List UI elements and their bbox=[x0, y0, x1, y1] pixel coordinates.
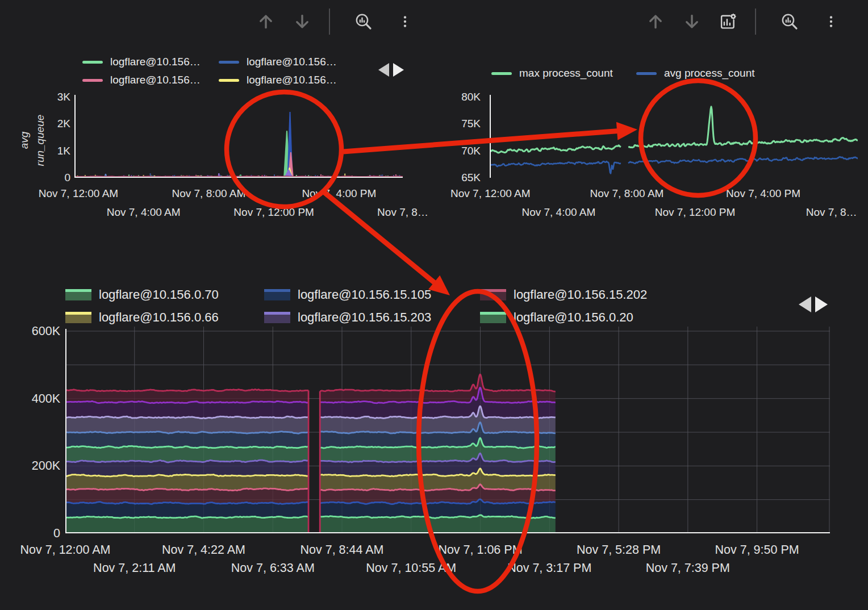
stacked-nodes-plot[interactable] bbox=[65, 327, 830, 536]
x-tick-label: Nov 7, 12:00 AM bbox=[39, 187, 118, 200]
zoom-data-icon bbox=[354, 12, 373, 31]
y-tick-label: 80K bbox=[407, 91, 481, 103]
legend-swatch bbox=[480, 289, 506, 300]
zoom-data-button[interactable] bbox=[354, 12, 373, 31]
zoom-data-icon bbox=[780, 12, 799, 31]
arrow-up-icon bbox=[256, 12, 276, 31]
y-tick-label: 0 bbox=[0, 172, 70, 184]
x-tick-label: Nov 7, 4:00 PM bbox=[726, 187, 800, 200]
legend-pager bbox=[799, 296, 828, 312]
y-tick-label: 70K bbox=[407, 145, 481, 157]
x-tick-label: Nov 7, 8… bbox=[806, 206, 857, 219]
legend-label: logflare@10.156… bbox=[247, 74, 337, 86]
x-tick-label: Nov 7, 9:50 PM bbox=[715, 543, 799, 557]
dashboard-page: logflare@10.156… logflare@10.156… logfla… bbox=[0, 0, 868, 610]
legend-label: logflare@10.156.15.202 bbox=[514, 287, 647, 302]
x-tick-label: Nov 7, 7:39 PM bbox=[646, 561, 730, 575]
y-tick-label: 0 bbox=[0, 527, 60, 541]
move-chart-down-button[interactable] bbox=[682, 12, 702, 31]
arrow-down-icon bbox=[293, 12, 312, 31]
move-chart-down-button[interactable] bbox=[293, 12, 312, 31]
legend-label: avg process_count bbox=[664, 67, 755, 80]
legend-prev-arrow[interactable] bbox=[799, 296, 811, 312]
zoom-data-button[interactable] bbox=[780, 12, 799, 31]
legend-label: logflare@10.156.0.20 bbox=[514, 310, 633, 325]
x-tick-label: Nov 7, 8… bbox=[377, 206, 428, 219]
chart-settings-icon bbox=[719, 12, 738, 31]
toolbar-divider bbox=[755, 9, 756, 35]
legend-swatch bbox=[219, 61, 239, 64]
legend-item: logflare@10.156.0.66 bbox=[65, 311, 219, 324]
legend-item: logflare@10.156.15.203 bbox=[264, 311, 431, 324]
legend-swatch bbox=[636, 72, 657, 75]
move-chart-up-button[interactable] bbox=[646, 12, 665, 31]
y-tick-label: 1K bbox=[0, 145, 70, 157]
x-tick-label: Nov 7, 12:00 AM bbox=[20, 543, 111, 557]
x-tick-label: Nov 7, 12:00 AM bbox=[450, 187, 530, 200]
x-tick-label: Nov 7, 6:33 AM bbox=[231, 561, 315, 575]
legend-label: logflare@10.156.0.70 bbox=[99, 287, 219, 302]
kebab-menu-icon bbox=[398, 12, 412, 31]
x-tick-label: Nov 7, 12:00 PM bbox=[233, 206, 314, 219]
legend-prev-arrow[interactable] bbox=[378, 63, 389, 77]
arrow-up-icon bbox=[646, 12, 665, 31]
x-tick-label: Nov 7, 3:17 PM bbox=[507, 561, 591, 575]
legend-label: max process_count bbox=[519, 67, 613, 80]
y-tick-label: 3K bbox=[0, 91, 70, 103]
legend-item: logflare@10.156.0.70 bbox=[65, 288, 219, 302]
move-chart-up-button[interactable] bbox=[256, 12, 276, 31]
arrow-down-icon bbox=[682, 12, 702, 31]
x-tick-label: Nov 7, 2:11 AM bbox=[93, 561, 176, 575]
y-tick-label: 75K bbox=[407, 118, 481, 130]
y-tick-label: 600K bbox=[0, 324, 60, 339]
chart-menu-button[interactable] bbox=[398, 12, 412, 31]
legend-item: logflare@10.156.15.105 bbox=[264, 288, 431, 302]
legend-swatch bbox=[491, 72, 512, 75]
legend-swatch bbox=[82, 61, 103, 64]
x-tick-label: Nov 7, 8:00 AM bbox=[172, 187, 245, 200]
x-tick-label: Nov 7, 8:44 AM bbox=[300, 543, 383, 557]
kebab-menu-icon bbox=[824, 12, 838, 31]
x-tick-label: Nov 7, 4:00 PM bbox=[302, 187, 376, 200]
y-tick-label: 200K bbox=[0, 459, 60, 473]
x-tick-label: Nov 7, 5:28 PM bbox=[577, 543, 661, 557]
legend-swatch bbox=[264, 289, 290, 300]
legend-swatch bbox=[264, 312, 290, 323]
legend-swatch bbox=[219, 79, 239, 82]
legend-item: logflare@10.156… bbox=[219, 55, 337, 69]
chart-settings-button[interactable] bbox=[719, 12, 738, 31]
y-tick-label: 2K bbox=[0, 118, 70, 130]
process-count-plot[interactable] bbox=[490, 94, 858, 180]
x-tick-label: Nov 7, 4:22 AM bbox=[162, 543, 245, 557]
x-tick-label: Nov 7, 4:00 AM bbox=[107, 206, 181, 219]
x-tick-label: Nov 7, 4:00 AM bbox=[521, 206, 595, 219]
legend-item: logflare@10.156… bbox=[82, 55, 201, 69]
run-queue-plot[interactable] bbox=[74, 94, 403, 180]
legend-item: avg process_count bbox=[636, 66, 755, 80]
legend-label: logflare@10.156.0.66 bbox=[99, 310, 219, 325]
legend-item: max process_count bbox=[491, 66, 613, 80]
legend-item: logflare@10.156.0.20 bbox=[480, 311, 633, 324]
toolbar-divider bbox=[329, 9, 330, 35]
legend-next-arrow[interactable] bbox=[815, 296, 828, 312]
legend-swatch bbox=[65, 312, 91, 323]
legend-label: logflare@10.156.15.203 bbox=[298, 310, 431, 325]
legend-swatch bbox=[65, 289, 91, 300]
y-tick-label: 400K bbox=[0, 391, 60, 406]
legend-swatch bbox=[82, 79, 103, 82]
x-tick-label: Nov 7, 12:00 PM bbox=[655, 206, 736, 219]
legend-swatch bbox=[480, 312, 506, 323]
legend-pager bbox=[378, 63, 404, 77]
x-tick-label: Nov 7, 8:00 AM bbox=[590, 187, 663, 200]
legend-next-arrow[interactable] bbox=[393, 63, 404, 77]
legend-label: logflare@10.156… bbox=[110, 74, 201, 86]
x-tick-label: Nov 7, 10:55 AM bbox=[366, 561, 456, 575]
legend-label: logflare@10.156… bbox=[247, 56, 337, 68]
chart-menu-button[interactable] bbox=[824, 12, 838, 31]
legend-item: logflare@10.156… bbox=[82, 73, 201, 87]
legend-item: logflare@10.156.15.202 bbox=[480, 288, 647, 302]
legend-item: logflare@10.156… bbox=[219, 73, 337, 87]
y-tick-label: 65K bbox=[407, 172, 481, 184]
x-tick-label: Nov 7, 1:06 PM bbox=[438, 543, 522, 557]
legend-label: logflare@10.156.15.105 bbox=[298, 287, 431, 302]
